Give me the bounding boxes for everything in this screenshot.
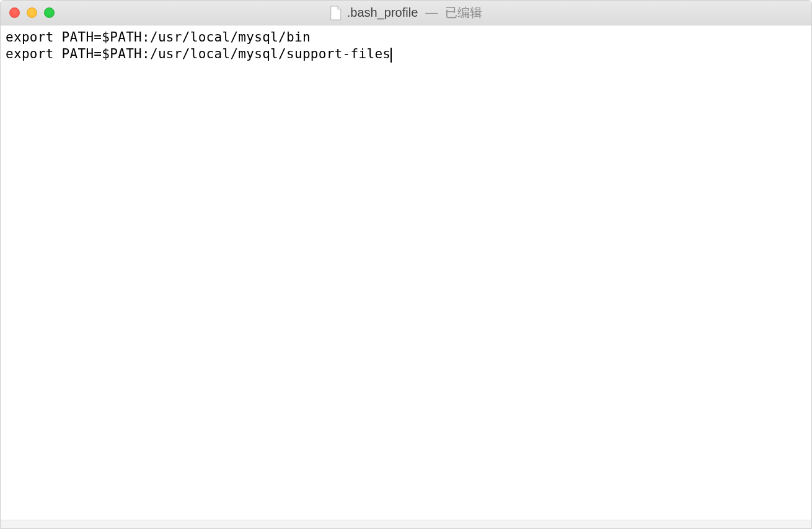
file-name: .bash_profile <box>347 6 418 20</box>
title-separator: — <box>425 6 438 20</box>
window-title: .bash_profile — 已编辑 <box>330 4 483 21</box>
editor-line-2[interactable]: export PATH=$PATH:/usr/local/mysql/suppo… <box>6 46 391 61</box>
minimize-icon[interactable] <box>27 7 37 18</box>
edit-status: 已编辑 <box>445 4 482 21</box>
editor-area[interactable]: export PATH=$PATH:/usr/local/mysql/bin e… <box>1 25 811 520</box>
maximize-icon[interactable] <box>44 7 55 18</box>
bottom-bar <box>1 520 811 528</box>
traffic-lights <box>9 7 55 18</box>
document-icon <box>330 6 342 20</box>
close-icon[interactable] <box>9 7 20 18</box>
text-editor-window: .bash_profile — 已编辑 export PATH=$PATH:/u… <box>0 0 812 529</box>
editor-content[interactable]: export PATH=$PATH:/usr/local/mysql/bin e… <box>6 29 806 63</box>
text-cursor <box>391 48 392 63</box>
editor-line-1[interactable]: export PATH=$PATH:/usr/local/mysql/bin <box>6 30 311 45</box>
window-titlebar[interactable]: .bash_profile — 已编辑 <box>1 1 811 25</box>
